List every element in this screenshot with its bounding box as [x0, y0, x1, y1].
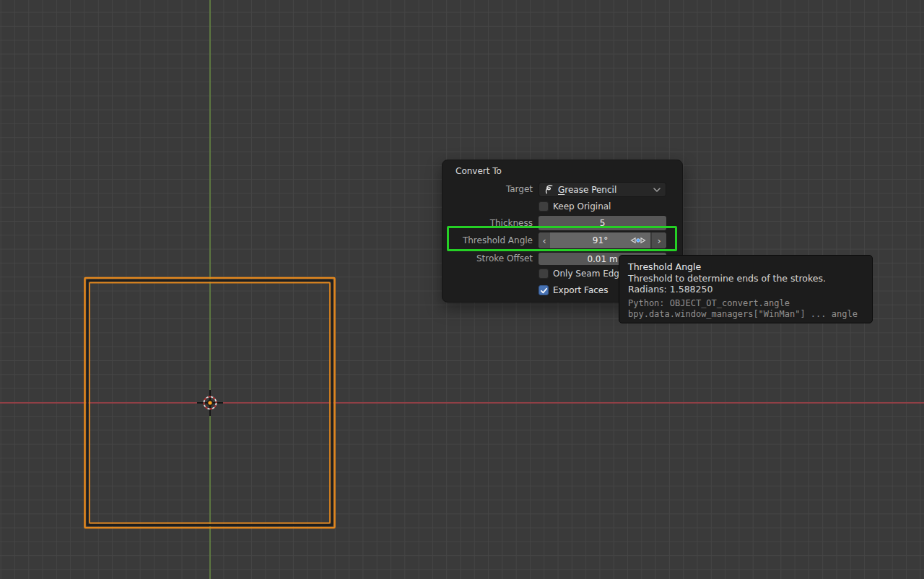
tooltip-radians: Radians: 1.588250	[628, 284, 863, 295]
checkmark-icon	[540, 287, 548, 295]
target-label: Target	[443, 182, 533, 197]
thickness-label: Thickness	[443, 216, 533, 230]
tooltip-description: Threshold to determine ends of the strok…	[628, 273, 863, 284]
tooltip-python-expression: Python: OBJECT_OT_convert.angle	[628, 298, 863, 309]
export-faces-checkbox[interactable]	[539, 285, 549, 295]
threshold-angle-label: Threshold Angle	[443, 232, 533, 248]
stroke-offset-label: Stroke Offset	[443, 253, 533, 265]
chevron-down-icon	[653, 188, 661, 193]
tooltip-python-path: bpy.data.window_managers["WinMan"] ... a…	[628, 309, 863, 320]
only-seam-edges-label: Only Seam Edges	[553, 269, 629, 279]
value-drag-cursor-icon	[629, 236, 647, 245]
keep-original-checkbox[interactable]	[539, 201, 549, 212]
panel-title: Convert To	[456, 165, 502, 177]
slider-increment-arrow[interactable]: ›	[650, 232, 666, 248]
grease-pencil-icon	[544, 184, 554, 195]
thickness-value: 5	[600, 218, 606, 228]
slider-decrement-arrow[interactable]: ‹	[539, 232, 550, 248]
thickness-slider[interactable]: 5	[539, 216, 666, 230]
stroke-offset-value: 0.01 m	[587, 254, 617, 264]
threshold-angle-tooltip: Threshold Angle Threshold to determine e…	[619, 255, 873, 323]
target-value: Grease Pencil	[558, 185, 616, 195]
3d-viewport[interactable]: Convert To Target Grease Pencil Keep Ori…	[0, 0, 924, 579]
export-faces-label: Export Faces	[553, 285, 608, 295]
only-seam-edges-checkbox[interactable]	[539, 269, 549, 279]
threshold-angle-slider[interactable]: ‹ 91° ›	[539, 232, 666, 248]
target-dropdown[interactable]: Grease Pencil	[539, 182, 666, 197]
3d-cursor-icon	[196, 388, 225, 417]
keep-original-label: Keep Original	[553, 201, 611, 212]
tooltip-title: Threshold Angle	[628, 261, 863, 273]
